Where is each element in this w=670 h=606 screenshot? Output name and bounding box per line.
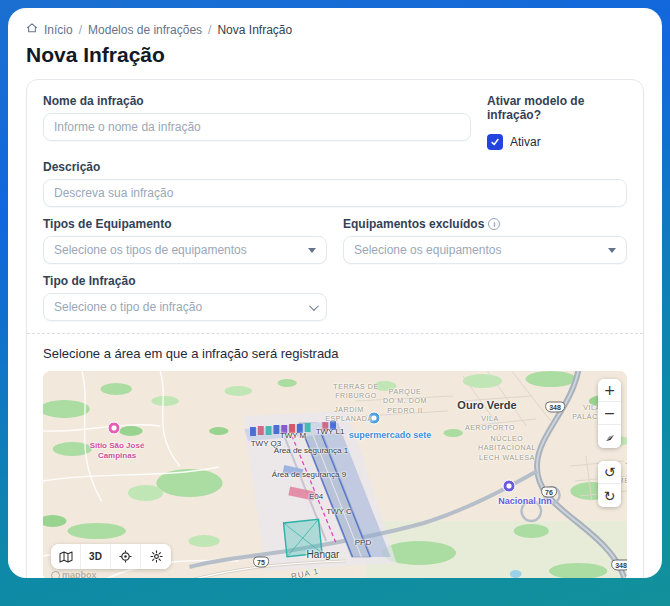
- breadcrumb-separator: /: [79, 23, 82, 37]
- chevron-down-icon: [309, 301, 319, 311]
- page-title: Nova Infração: [26, 43, 644, 67]
- infraction-type-select[interactable]: Selecione o tipo de infração: [43, 293, 327, 321]
- equipment-types-select[interactable]: Selecione os tipos de equipamentos: [43, 236, 327, 264]
- desktop-background: Início / Modelos de infrações / Nova Inf…: [0, 0, 670, 606]
- infraction-name-input[interactable]: [43, 113, 471, 141]
- compass-button[interactable]: [598, 425, 621, 448]
- excluded-equipment-select[interactable]: Selecione os equipamentos: [343, 236, 627, 264]
- 3d-mode-button[interactable]: 3D: [81, 544, 111, 569]
- dropdown-triangle-icon: [608, 248, 616, 253]
- zoom-out-button[interactable]: −: [598, 402, 621, 425]
- breadcrumb-current: Nova Infração: [217, 23, 292, 37]
- dropdown-triangle-icon: [308, 248, 316, 253]
- map-tools: 3D: [51, 544, 171, 569]
- form-panel: Nome da infração Ativar modelo de infraç…: [26, 79, 644, 578]
- settings-gear-button[interactable]: [141, 544, 171, 569]
- description-label: Descrição: [43, 160, 627, 174]
- map-section-title: Selecione a área em que a infração será …: [43, 346, 627, 361]
- poi-pink-icon[interactable]: [108, 422, 121, 435]
- name-label: Nome da infração: [43, 94, 471, 108]
- breadcrumb-separator: /: [208, 23, 211, 37]
- poi-purple-icon[interactable]: [503, 480, 516, 493]
- infraction-type-label: Tipo de Infração: [43, 274, 327, 288]
- equipment-types-label: Tipos de Equipamento: [43, 217, 327, 231]
- description-input[interactable]: [43, 179, 627, 207]
- layers-map-button[interactable]: [51, 544, 81, 569]
- excluded-equipment-label: Equipamentos excluídos i: [343, 217, 627, 231]
- zoom-in-button[interactable]: +: [598, 379, 621, 402]
- mapbox-attribution[interactable]: mapbox: [51, 570, 97, 578]
- activate-checkbox[interactable]: [487, 134, 503, 150]
- breadcrumb: Início / Modelos de infrações / Nova Inf…: [26, 22, 644, 37]
- map-canvas[interactable]: TERRAS DE FRIBURGOPARQUE DO M. DOM PEDRO…: [43, 371, 627, 578]
- excluded-equipment-placeholder: Selecione os equipamentos: [354, 243, 501, 257]
- breadcrumb-home[interactable]: Início: [44, 23, 73, 37]
- dashed-divider: [27, 333, 643, 334]
- map-zoom-controls: + −: [598, 379, 621, 448]
- activate-checkbox-label[interactable]: Ativar: [510, 135, 541, 149]
- breadcrumb-models[interactable]: Modelos de infrações: [88, 23, 202, 37]
- rotate-cw-button[interactable]: ↻: [598, 484, 621, 507]
- poi-blue-icon[interactable]: [368, 412, 381, 425]
- map-rotate-controls: ↺ ↻: [598, 461, 621, 507]
- activate-question-label: Ativar modelo de infração?: [487, 94, 627, 122]
- equipment-types-placeholder: Selecione os tipos de equipamentos: [54, 243, 247, 257]
- info-icon[interactable]: i: [488, 218, 500, 230]
- app-card: Início / Modelos de infrações / Nova Inf…: [8, 8, 662, 578]
- home-icon[interactable]: [26, 22, 38, 37]
- rotate-ccw-button[interactable]: ↺: [598, 461, 621, 484]
- locate-button[interactable]: [111, 544, 141, 569]
- infraction-type-placeholder: Selecione o tipo de infração: [54, 300, 202, 314]
- mapbox-logo-icon: [51, 571, 60, 579]
